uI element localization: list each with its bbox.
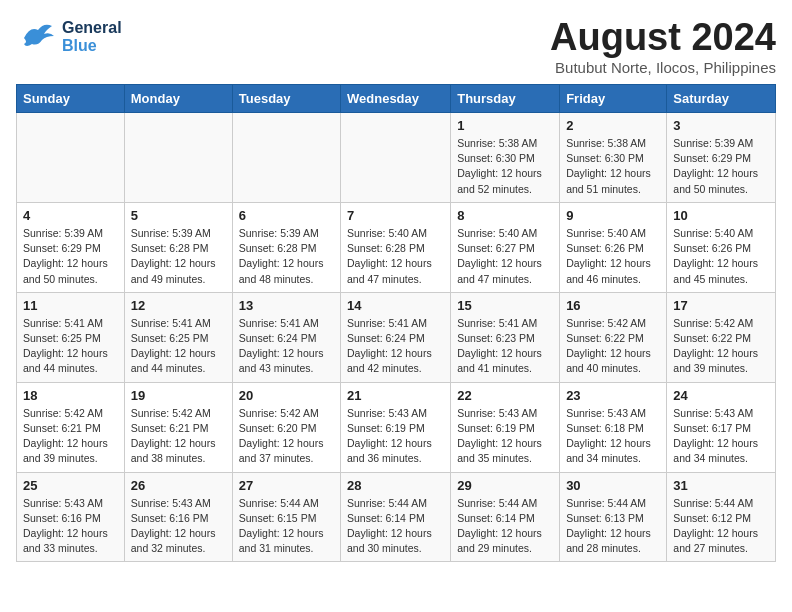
day-info: Sunrise: 5:43 AM Sunset: 6:19 PM Dayligh…: [457, 406, 553, 467]
week-row: 11Sunrise: 5:41 AM Sunset: 6:25 PM Dayli…: [17, 292, 776, 382]
calendar-cell: 3Sunrise: 5:39 AM Sunset: 6:29 PM Daylig…: [667, 113, 776, 203]
day-info: Sunrise: 5:40 AM Sunset: 6:28 PM Dayligh…: [347, 226, 444, 287]
day-info: Sunrise: 5:41 AM Sunset: 6:25 PM Dayligh…: [131, 316, 226, 377]
calendar-cell: 19Sunrise: 5:42 AM Sunset: 6:21 PM Dayli…: [124, 382, 232, 472]
day-info: Sunrise: 5:39 AM Sunset: 6:29 PM Dayligh…: [673, 136, 769, 197]
day-info: Sunrise: 5:44 AM Sunset: 6:12 PM Dayligh…: [673, 496, 769, 557]
location: Butubut Norte, Ilocos, Philippines: [550, 59, 776, 76]
calendar-cell: [341, 113, 451, 203]
calendar-cell: 23Sunrise: 5:43 AM Sunset: 6:18 PM Dayli…: [560, 382, 667, 472]
day-number: 24: [673, 388, 769, 403]
calendar-cell: 17Sunrise: 5:42 AM Sunset: 6:22 PM Dayli…: [667, 292, 776, 382]
calendar-cell: 31Sunrise: 5:44 AM Sunset: 6:12 PM Dayli…: [667, 472, 776, 562]
day-info: Sunrise: 5:43 AM Sunset: 6:18 PM Dayligh…: [566, 406, 660, 467]
weekday-header: Monday: [124, 85, 232, 113]
day-info: Sunrise: 5:39 AM Sunset: 6:28 PM Dayligh…: [131, 226, 226, 287]
calendar-cell: 14Sunrise: 5:41 AM Sunset: 6:24 PM Dayli…: [341, 292, 451, 382]
calendar-cell: 22Sunrise: 5:43 AM Sunset: 6:19 PM Dayli…: [451, 382, 560, 472]
day-number: 4: [23, 208, 118, 223]
logo-text: General Blue: [62, 19, 122, 54]
calendar-cell: 11Sunrise: 5:41 AM Sunset: 6:25 PM Dayli…: [17, 292, 125, 382]
calendar-cell: [17, 113, 125, 203]
day-number: 16: [566, 298, 660, 313]
weekday-header: Friday: [560, 85, 667, 113]
calendar-table: SundayMondayTuesdayWednesdayThursdayFrid…: [16, 84, 776, 562]
calendar-cell: 6Sunrise: 5:39 AM Sunset: 6:28 PM Daylig…: [232, 202, 340, 292]
day-info: Sunrise: 5:44 AM Sunset: 6:14 PM Dayligh…: [457, 496, 553, 557]
weekday-header: Saturday: [667, 85, 776, 113]
day-info: Sunrise: 5:42 AM Sunset: 6:21 PM Dayligh…: [131, 406, 226, 467]
day-number: 22: [457, 388, 553, 403]
calendar-cell: 18Sunrise: 5:42 AM Sunset: 6:21 PM Dayli…: [17, 382, 125, 472]
calendar-cell: 5Sunrise: 5:39 AM Sunset: 6:28 PM Daylig…: [124, 202, 232, 292]
logo: General Blue: [16, 16, 122, 58]
calendar-cell: 8Sunrise: 5:40 AM Sunset: 6:27 PM Daylig…: [451, 202, 560, 292]
day-number: 3: [673, 118, 769, 133]
day-number: 11: [23, 298, 118, 313]
day-info: Sunrise: 5:40 AM Sunset: 6:26 PM Dayligh…: [566, 226, 660, 287]
calendar-cell: 30Sunrise: 5:44 AM Sunset: 6:13 PM Dayli…: [560, 472, 667, 562]
day-info: Sunrise: 5:42 AM Sunset: 6:21 PM Dayligh…: [23, 406, 118, 467]
logo-blue: Blue: [62, 37, 122, 55]
calendar-cell: 27Sunrise: 5:44 AM Sunset: 6:15 PM Dayli…: [232, 472, 340, 562]
day-number: 27: [239, 478, 334, 493]
day-info: Sunrise: 5:42 AM Sunset: 6:20 PM Dayligh…: [239, 406, 334, 467]
day-number: 23: [566, 388, 660, 403]
week-row: 1Sunrise: 5:38 AM Sunset: 6:30 PM Daylig…: [17, 113, 776, 203]
calendar-cell: [232, 113, 340, 203]
day-number: 15: [457, 298, 553, 313]
day-number: 2: [566, 118, 660, 133]
calendar-cell: 28Sunrise: 5:44 AM Sunset: 6:14 PM Dayli…: [341, 472, 451, 562]
day-number: 1: [457, 118, 553, 133]
day-number: 30: [566, 478, 660, 493]
page-header: General Blue August 2024 Butubut Norte, …: [16, 16, 776, 76]
day-number: 14: [347, 298, 444, 313]
day-info: Sunrise: 5:40 AM Sunset: 6:27 PM Dayligh…: [457, 226, 553, 287]
day-number: 18: [23, 388, 118, 403]
calendar-cell: 15Sunrise: 5:41 AM Sunset: 6:23 PM Dayli…: [451, 292, 560, 382]
day-number: 21: [347, 388, 444, 403]
day-info: Sunrise: 5:43 AM Sunset: 6:19 PM Dayligh…: [347, 406, 444, 467]
day-number: 20: [239, 388, 334, 403]
day-info: Sunrise: 5:41 AM Sunset: 6:23 PM Dayligh…: [457, 316, 553, 377]
calendar-cell: 2Sunrise: 5:38 AM Sunset: 6:30 PM Daylig…: [560, 113, 667, 203]
calendar-cell: 1Sunrise: 5:38 AM Sunset: 6:30 PM Daylig…: [451, 113, 560, 203]
calendar-cell: 21Sunrise: 5:43 AM Sunset: 6:19 PM Dayli…: [341, 382, 451, 472]
day-number: 13: [239, 298, 334, 313]
day-number: 17: [673, 298, 769, 313]
day-info: Sunrise: 5:38 AM Sunset: 6:30 PM Dayligh…: [457, 136, 553, 197]
logo-icon: [16, 16, 58, 58]
day-number: 26: [131, 478, 226, 493]
day-number: 8: [457, 208, 553, 223]
day-number: 29: [457, 478, 553, 493]
calendar-cell: 9Sunrise: 5:40 AM Sunset: 6:26 PM Daylig…: [560, 202, 667, 292]
day-number: 25: [23, 478, 118, 493]
day-info: Sunrise: 5:43 AM Sunset: 6:16 PM Dayligh…: [23, 496, 118, 557]
day-info: Sunrise: 5:40 AM Sunset: 6:26 PM Dayligh…: [673, 226, 769, 287]
day-number: 5: [131, 208, 226, 223]
day-info: Sunrise: 5:39 AM Sunset: 6:28 PM Dayligh…: [239, 226, 334, 287]
day-info: Sunrise: 5:43 AM Sunset: 6:16 PM Dayligh…: [131, 496, 226, 557]
week-row: 18Sunrise: 5:42 AM Sunset: 6:21 PM Dayli…: [17, 382, 776, 472]
weekday-header: Wednesday: [341, 85, 451, 113]
calendar-cell: 26Sunrise: 5:43 AM Sunset: 6:16 PM Dayli…: [124, 472, 232, 562]
week-row: 4Sunrise: 5:39 AM Sunset: 6:29 PM Daylig…: [17, 202, 776, 292]
day-number: 7: [347, 208, 444, 223]
calendar-cell: 16Sunrise: 5:42 AM Sunset: 6:22 PM Dayli…: [560, 292, 667, 382]
day-number: 12: [131, 298, 226, 313]
calendar-cell: 29Sunrise: 5:44 AM Sunset: 6:14 PM Dayli…: [451, 472, 560, 562]
calendar-cell: 20Sunrise: 5:42 AM Sunset: 6:20 PM Dayli…: [232, 382, 340, 472]
day-number: 19: [131, 388, 226, 403]
calendar-cell: 13Sunrise: 5:41 AM Sunset: 6:24 PM Dayli…: [232, 292, 340, 382]
weekday-header: Thursday: [451, 85, 560, 113]
calendar-cell: 4Sunrise: 5:39 AM Sunset: 6:29 PM Daylig…: [17, 202, 125, 292]
calendar-cell: [124, 113, 232, 203]
day-info: Sunrise: 5:43 AM Sunset: 6:17 PM Dayligh…: [673, 406, 769, 467]
calendar-cell: 10Sunrise: 5:40 AM Sunset: 6:26 PM Dayli…: [667, 202, 776, 292]
day-info: Sunrise: 5:44 AM Sunset: 6:13 PM Dayligh…: [566, 496, 660, 557]
day-number: 10: [673, 208, 769, 223]
calendar-cell: 12Sunrise: 5:41 AM Sunset: 6:25 PM Dayli…: [124, 292, 232, 382]
calendar-header: SundayMondayTuesdayWednesdayThursdayFrid…: [17, 85, 776, 113]
weekday-header: Sunday: [17, 85, 125, 113]
day-info: Sunrise: 5:41 AM Sunset: 6:24 PM Dayligh…: [347, 316, 444, 377]
